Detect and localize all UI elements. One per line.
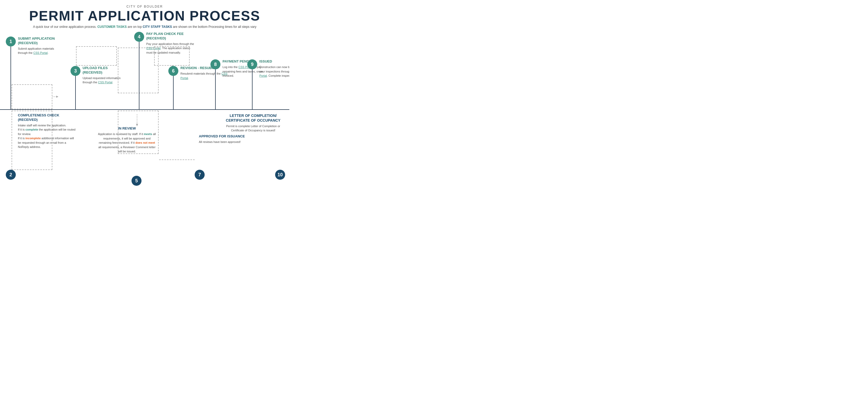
dashed-box-1 [11, 84, 52, 109]
page-wrapper: CITY OF BOULDER PERMIT APPLICATION PROCE… [0, 0, 289, 189]
step-1-vline [10, 46, 11, 109]
step-1-body: Submit application materials through the… [18, 46, 60, 55]
step-10-title: LETTER OF COMPLETION/ CERTIFICATE OF OCC… [224, 113, 283, 123]
step-1-circle: 1 [6, 37, 16, 46]
dashed-box-4 [118, 47, 159, 93]
main-area: 1 SUBMIT APPLICATION (RECEIVED) Submit a… [0, 32, 289, 189]
step-5-circle: 5 [131, 176, 142, 186]
step-6-circle: 6 [168, 66, 178, 76]
step-7-circle: 7 [195, 170, 205, 180]
step-2-circle: 2 [6, 170, 16, 180]
step-8-vline [215, 69, 216, 109]
step-4-title: PAY PLAN CHECK FEE (RECEIVED) [146, 32, 196, 41]
step-7-block: APPROVED FOR ISSUANCE All reviews have b… [199, 134, 245, 144]
step-1-block: SUBMIT APPLICATION (RECEIVED) Submit app… [18, 37, 60, 55]
dashed-box-3 [76, 46, 117, 66]
step-9-block: ISSUED Construction can now begin! Sched… [259, 59, 289, 78]
arrow-1-right [53, 95, 58, 100]
svg-marker-5 [136, 124, 138, 126]
step-6-block: REVISION - RESUBMIT Resubmit materials t… [180, 66, 229, 80]
step-9-circle: 9 [247, 59, 257, 69]
header-title: PERMIT APPLICATION PROCESS [0, 8, 289, 23]
step-8-circle: 8 [210, 59, 220, 69]
step-6-vline [173, 76, 174, 109]
header-desc-part2: are on top [127, 25, 143, 29]
step-10-block: LETTER OF COMPLETION/ CERTIFICATE OF OCC… [224, 113, 283, 132]
step-9-body: Construction can now begin! Schedule you… [259, 65, 289, 78]
step-7-body: All reviews have been approved! [199, 140, 245, 144]
step-9-vline [252, 69, 252, 109]
dashed-line-5-7 [159, 160, 195, 160]
dashed-box-2 [11, 111, 52, 170]
step-4-vline [139, 42, 140, 109]
dashed-box-6 [154, 46, 190, 66]
step-9-title: ISSUED [259, 59, 289, 64]
city-tasks-label: CITY STAFF TASKS [143, 25, 172, 29]
step-4-circle: 4 [134, 32, 144, 42]
step-3-vline [75, 76, 76, 109]
customer-tasks-label: CUSTOMER TASKS [97, 25, 127, 29]
svg-marker-1 [56, 96, 58, 98]
header: CITY OF BOULDER PERMIT APPLICATION PROCE… [0, 0, 289, 32]
header-desc-part1: A quick tour of our online application p… [33, 25, 97, 29]
step-3-circle: 3 [70, 66, 81, 76]
step-7-title: APPROVED FOR ISSUANCE [199, 134, 245, 139]
bottom-section: 2 COMPLETENESS CHECK (RECEIVED) Intake s… [0, 111, 289, 189]
step-10-body: Permit is complete Letter of Completion … [224, 124, 283, 133]
header-description: A quick tour of our online application p… [0, 25, 289, 29]
arrow-5-down [135, 114, 139, 128]
step-6-body: Resubmit materials through the CSS Porta… [180, 71, 229, 80]
step-1-title: SUBMIT APPLICATION (RECEIVED) [18, 37, 60, 45]
divider-line [0, 109, 289, 110]
header-subtitle: CITY OF BOULDER [0, 5, 289, 8]
step-6-title: REVISION - RESUBMIT [180, 66, 229, 70]
top-section: 1 SUBMIT APPLICATION (RECEIVED) Submit a… [0, 32, 289, 111]
header-desc-part3: are shown on the bottom Processing times… [172, 25, 256, 29]
step-10-circle: 10 [275, 170, 285, 180]
